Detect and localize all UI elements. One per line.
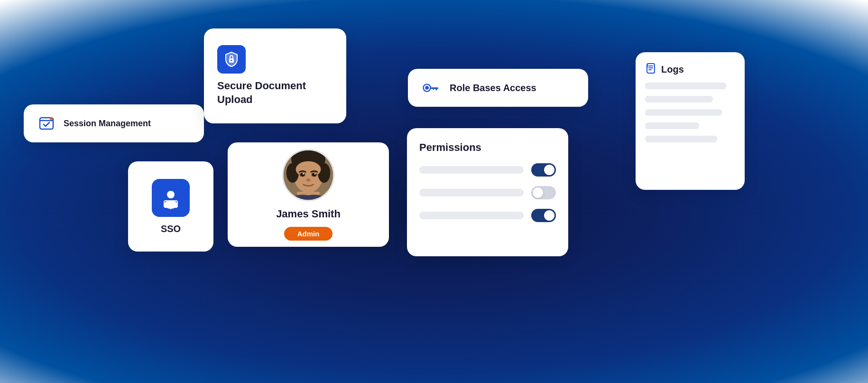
svg-point-3 xyxy=(231,60,232,61)
svg-point-23 xyxy=(312,173,316,177)
logs-header: Logs xyxy=(645,63,735,76)
toggle-thumb-3 xyxy=(544,210,554,221)
session-icon xyxy=(37,114,56,133)
log-line-1 xyxy=(645,83,726,89)
toggle-thumb-1 xyxy=(544,165,554,175)
svg-point-25 xyxy=(314,173,316,174)
user-avatar xyxy=(282,149,334,201)
permission-toggle-3[interactable] xyxy=(531,209,556,222)
permission-bar-2 xyxy=(419,189,524,196)
permission-row-3 xyxy=(419,209,556,222)
role-based-access-card: Role Bases Access xyxy=(408,69,588,107)
log-line-5 xyxy=(645,136,717,142)
key-icon xyxy=(421,77,442,98)
sso-label: SSO xyxy=(161,224,181,234)
svg-point-10 xyxy=(167,191,175,198)
svg-point-1 xyxy=(50,117,53,120)
permissions-title: Permissions xyxy=(419,141,556,154)
log-line-2 xyxy=(645,96,713,103)
logs-title: Logs xyxy=(661,64,684,75)
session-management-card: Session Management xyxy=(24,104,204,142)
svg-point-22 xyxy=(300,173,305,177)
permission-toggle-1[interactable] xyxy=(531,163,556,177)
sso-icon xyxy=(152,179,190,217)
logs-card: Logs xyxy=(636,52,745,190)
user-profile-card: James Smith Admin xyxy=(228,142,389,247)
permission-row-2 xyxy=(419,186,556,199)
log-line-4 xyxy=(645,122,699,129)
permission-bar-1 xyxy=(419,166,524,174)
permission-toggle-2[interactable] xyxy=(531,186,556,199)
admin-badge: Admin xyxy=(284,227,333,241)
permissions-card: Permissions xyxy=(407,128,568,256)
secure-document-card: Secure Document Upload xyxy=(204,28,346,123)
role-based-access-label: Role Bases Access xyxy=(450,83,536,93)
svg-rect-7 xyxy=(435,87,437,90)
log-line-3 xyxy=(645,109,722,116)
toggle-thumb-2 xyxy=(533,187,543,198)
session-management-label: Session Management xyxy=(64,119,151,129)
main-canvas: Session Management Secure Document Uploa… xyxy=(0,0,868,383)
svg-rect-6 xyxy=(430,87,438,89)
sso-card: SSO xyxy=(128,161,213,252)
user-name: James Smith xyxy=(276,208,341,220)
secure-document-title: Secure Document Upload xyxy=(217,79,333,106)
shield-lock-icon xyxy=(217,45,246,74)
logs-icon xyxy=(645,63,656,76)
svg-point-24 xyxy=(303,173,304,174)
svg-point-5 xyxy=(425,86,429,90)
permission-bar-3 xyxy=(419,212,524,219)
svg-rect-8 xyxy=(433,87,434,90)
svg-point-26 xyxy=(306,178,310,182)
permission-row-1 xyxy=(419,163,556,177)
